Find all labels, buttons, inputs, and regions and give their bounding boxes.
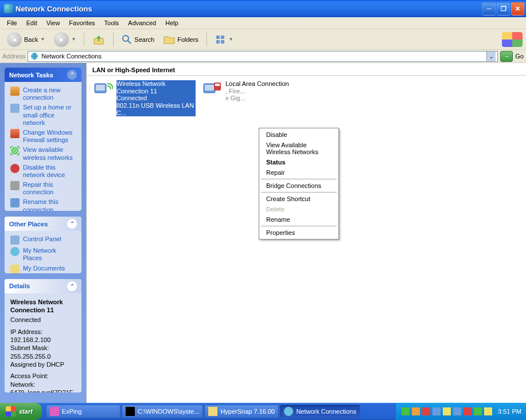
svg-rect-4 <box>221 40 224 44</box>
taskbar-item-hypersnap[interactable]: HyperSnap 7.16.00 <box>204 405 279 418</box>
dropdown-icon: ▼ <box>229 37 233 42</box>
connection-device: x Gig... <box>225 95 289 102</box>
start-button[interactable]: start <box>0 403 42 420</box>
taskbar-item-network[interactable]: Network Connections <box>280 405 360 418</box>
menu-rename[interactable]: Rename <box>260 214 337 225</box>
wireless-icon <box>10 146 20 155</box>
menu-shortcut[interactable]: Create Shortcut <box>260 194 337 204</box>
window-title: Network Connections <box>15 5 482 13</box>
svg-rect-3 <box>216 40 220 44</box>
details-net: Network: 6479_long.run87D21E <box>10 380 76 392</box>
taskbar-item-exping[interactable]: ExPing <box>46 405 120 418</box>
start-label: start <box>19 408 33 415</box>
panel-title: Network Tasks <box>9 72 53 78</box>
tray-icon[interactable] <box>453 407 461 415</box>
wireless-connection-icon <box>92 80 113 101</box>
tray-icon[interactable] <box>402 407 410 415</box>
svg-rect-2 <box>221 36 224 39</box>
tray-icon[interactable] <box>484 407 492 415</box>
menu-file[interactable]: File <box>2 18 22 28</box>
back-label: Back <box>24 36 38 43</box>
network-setup-icon <box>10 104 20 113</box>
menu-properties[interactable]: Properties <box>260 227 337 238</box>
menu-favorites[interactable]: Favorites <box>64 18 99 28</box>
windows-logo-icon <box>502 32 523 47</box>
back-button[interactable]: ◄ Back ▼ <box>3 30 48 49</box>
menu-repair[interactable]: Repair <box>260 167 337 178</box>
menu-separator <box>261 179 337 179</box>
place-control-panel[interactable]: Control Panel <box>10 234 76 246</box>
menu-edit[interactable]: Edit <box>22 18 42 28</box>
menu-bridge[interactable]: Bridge Connections <box>260 180 337 191</box>
panel-header[interactable]: Other Places ⌃ <box>5 217 81 231</box>
place-network-places[interactable]: My Network Places <box>10 246 76 263</box>
task-disable[interactable]: Disable this network device <box>10 163 76 180</box>
menu-delete: Delete <box>260 204 337 214</box>
views-button[interactable]: ▼ <box>212 33 237 46</box>
repair-icon <box>10 181 20 190</box>
disable-icon <box>10 164 20 173</box>
tray-icon[interactable] <box>422 407 430 415</box>
panel-header[interactable]: Network Tasks ⌃ <box>5 68 81 82</box>
windows-logo-icon <box>6 406 16 417</box>
folder-up-icon <box>92 33 105 46</box>
tray-icon[interactable] <box>443 407 451 415</box>
task-create-connection[interactable]: Create a new connection <box>10 85 76 103</box>
network-icon <box>284 407 293 416</box>
go-button[interactable]: → <box>500 51 513 62</box>
documents-icon <box>10 265 20 273</box>
tray-icon[interactable] <box>433 407 441 415</box>
taskbar-label: ExPing <box>62 408 82 415</box>
menu-advanced[interactable]: Advanced <box>123 18 161 28</box>
control-panel-icon <box>10 235 20 245</box>
tray-icon[interactable] <box>463 407 472 415</box>
connection-name: Local Area Connection <box>225 80 289 88</box>
taskbar-label: HyperSnap 7.16.00 <box>220 408 275 415</box>
forward-button[interactable]: ► ▼ <box>50 30 79 49</box>
task-firewall[interactable]: Change Windows Firewall settings <box>10 128 76 145</box>
task-setup-network[interactable]: Set up a home or small office network <box>10 103 76 128</box>
app-icon <box>50 407 59 416</box>
search-button[interactable]: Search <box>118 33 158 46</box>
menu-view-wireless[interactable]: View Available Wireless Networks <box>260 140 337 157</box>
place-my-documents[interactable]: My Documents <box>10 264 76 273</box>
place-label: Control Panel <box>23 235 61 243</box>
task-view-wireless[interactable]: View available wireless networks <box>10 145 76 162</box>
connection-wireless[interactable]: Wireless Network Connection 11 Connected… <box>92 80 196 116</box>
minimize-button[interactable]: ─ <box>482 2 496 15</box>
connection-lan[interactable]: Local Area Connection , Fire... x Gig... <box>201 80 305 116</box>
up-button[interactable] <box>89 32 108 48</box>
back-icon: ◄ <box>7 32 22 47</box>
tray-icon[interactable] <box>474 407 482 415</box>
task-label: Set up a home or small office network <box>23 104 76 127</box>
dropdown-icon: ▼ <box>71 37 76 42</box>
task-repair[interactable]: Repair this connection <box>10 180 76 197</box>
folders-button[interactable]: Folders <box>160 33 202 46</box>
close-button[interactable]: ✕ <box>511 2 524 15</box>
taskbar-item-cmd[interactable]: C:\WINDOWS\syste... <box>122 405 204 418</box>
clock[interactable]: 3:51 PM <box>498 408 521 415</box>
panel-header[interactable]: Details ⌃ <box>5 279 81 293</box>
menu-help[interactable]: Help <box>161 18 183 28</box>
menu-status[interactable]: Status <box>260 157 337 167</box>
menu-disable[interactable]: Disable <box>260 129 337 140</box>
taskbar: start ExPing C:\WINDOWS\syste... HyperSn… <box>0 403 526 420</box>
tray-icon[interactable] <box>412 407 420 415</box>
task-rename[interactable]: Rename this connection <box>10 197 76 211</box>
network-icon <box>30 52 39 61</box>
connection-status: , Fire... <box>225 88 289 95</box>
maximize-button[interactable]: ❐ <box>497 2 510 15</box>
details-status: Connected <box>10 316 76 324</box>
network-places-icon <box>10 247 20 256</box>
menu-tools[interactable]: Tools <box>100 18 124 28</box>
system-tray[interactable]: 3:51 PM <box>395 403 526 420</box>
svg-rect-9 <box>205 85 214 91</box>
forward-icon: ► <box>54 32 69 47</box>
menu-bar: File Edit View Favorites Tools Advanced … <box>0 17 526 29</box>
lan-connection-icon <box>201 80 222 101</box>
collapse-icon: ⌃ <box>67 281 77 291</box>
menu-separator <box>261 192 337 193</box>
address-field[interactable]: Network Connections ⌄ <box>28 51 498 62</box>
address-dropdown[interactable]: ⌄ <box>486 52 496 61</box>
menu-view[interactable]: View <box>42 18 65 28</box>
